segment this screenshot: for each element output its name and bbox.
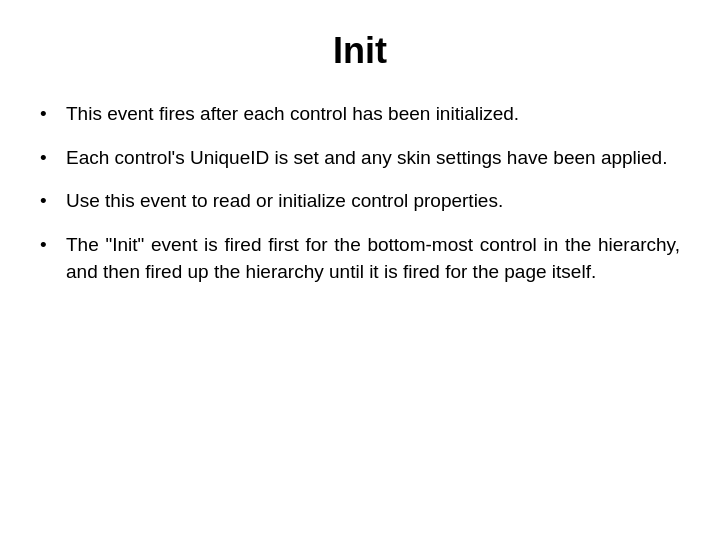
page-title: Init [333,30,387,72]
bullet-text-2: Each control's UniqueID is set and any s… [66,144,680,172]
bullet-list: • This event fires after each control ha… [40,100,680,286]
bullet-dot: • [40,231,62,259]
list-item: • Use this event to read or initialize c… [40,187,680,215]
bullet-dot: • [40,144,62,172]
bullet-text-4: The "Init" event is fired first for the … [66,231,680,286]
bullet-text-1: This event fires after each control has … [66,100,680,128]
bullet-text-3: Use this event to read or initialize con… [66,187,680,215]
list-item: • The "Init" event is fired first for th… [40,231,680,286]
bullet-dot: • [40,100,62,128]
list-item: • This event fires after each control ha… [40,100,680,128]
content-area: • This event fires after each control ha… [40,100,680,302]
list-item: • Each control's UniqueID is set and any… [40,144,680,172]
bullet-dot: • [40,187,62,215]
